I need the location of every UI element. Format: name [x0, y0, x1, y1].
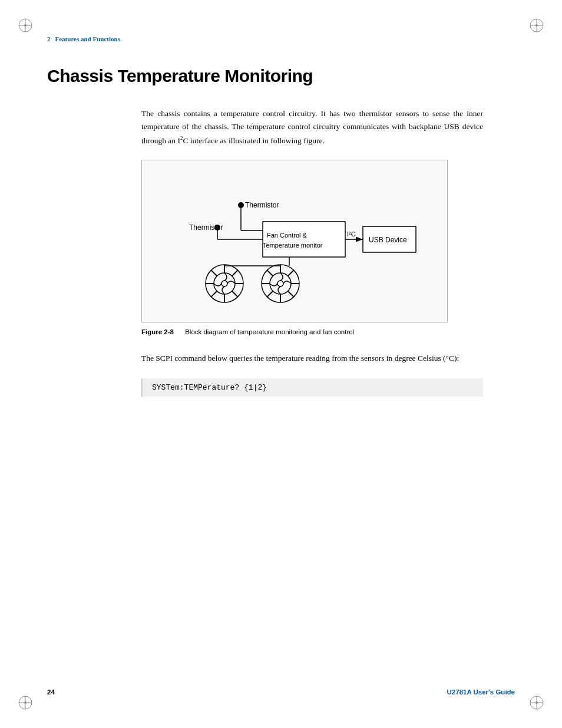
header-nav: 2 Features and Functions [47, 35, 515, 42]
body-paragraph-2: The SCPI command below queries the tempe… [141, 352, 483, 365]
corner-mark-bl [16, 694, 34, 711]
svg-text:USB Device: USB Device [369, 236, 407, 244]
svg-point-34 [222, 281, 227, 286]
guide-title: U2781A User's Guide [447, 689, 515, 696]
figure-caption: Figure 2-8 Block diagram of temperature … [141, 328, 483, 335]
svg-text:Fan Control &: Fan Control & [267, 232, 308, 239]
block-diagram: Thermistor Thermistor Fan Control & Temp… [154, 174, 437, 310]
chapter-number: 2 [47, 35, 51, 42]
corner-mark-tr [528, 17, 546, 34]
page: 2 Features and Functions Chassis Tempera… [0, 0, 562, 728]
figure-caption-text: Block diagram of temperature monitoring … [185, 328, 354, 335]
svg-point-45 [277, 281, 283, 286]
figure-caption-spacer [176, 328, 183, 335]
svg-line-51 [288, 271, 294, 276]
page-title: Chassis Temperature Monitoring [47, 66, 515, 86]
corner-mark-br [528, 694, 546, 711]
chapter-title: Features and Functions [55, 35, 120, 42]
svg-line-50 [267, 271, 273, 276]
code-block: SYSTem:TEMPerature? {1|2} [141, 378, 483, 397]
svg-line-40 [232, 271, 238, 276]
svg-point-3 [24, 24, 27, 27]
svg-line-39 [211, 271, 217, 276]
svg-text:Temperature monitor: Temperature monitor [263, 242, 323, 249]
svg-point-7 [535, 24, 538, 27]
svg-point-11 [24, 701, 27, 704]
figure-label: Figure 2-8 [141, 328, 174, 335]
svg-line-42 [232, 291, 238, 297]
content-area: The chassis contains a temperature contr… [141, 107, 483, 397]
corner-mark-tl [16, 17, 34, 34]
diagram-container: Thermistor Thermistor Fan Control & Temp… [141, 160, 448, 322]
svg-line-52 [267, 291, 273, 297]
footer: 24 U2781A User's Guide [47, 689, 515, 696]
svg-rect-24 [263, 222, 345, 257]
body-paragraph-1: The chassis contains a temperature contr… [141, 107, 483, 147]
svg-text:Thermistor: Thermistor [245, 201, 279, 209]
svg-point-15 [535, 701, 538, 704]
diagram-inner: Thermistor Thermistor Fan Control & Temp… [154, 174, 437, 310]
svg-line-41 [211, 291, 217, 297]
page-number: 24 [47, 689, 55, 696]
svg-text:I²C: I²C [347, 230, 356, 238]
svg-line-53 [288, 291, 294, 297]
